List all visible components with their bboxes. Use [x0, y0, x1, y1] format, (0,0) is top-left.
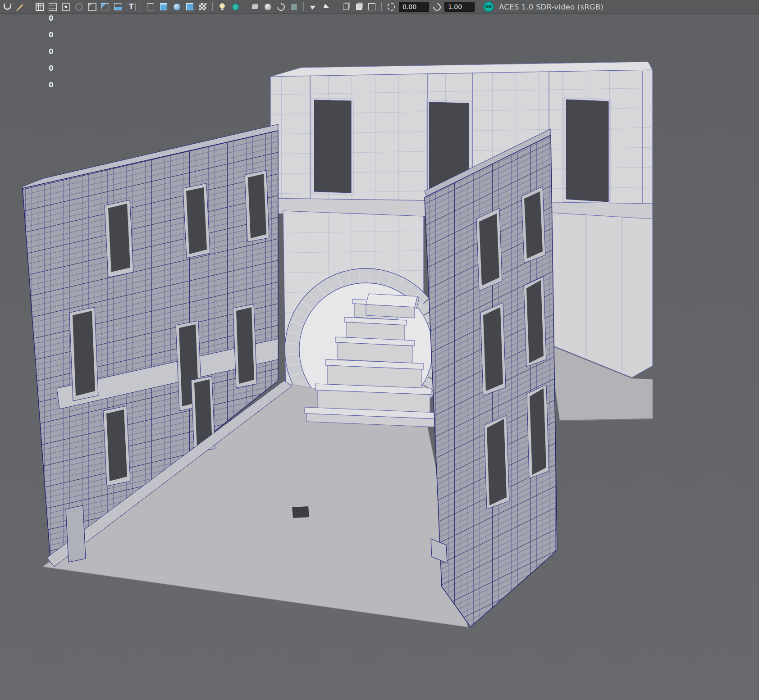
hud-count: 0: [49, 15, 53, 22]
toolbar-divider: [381, 2, 382, 11]
text-tool-icon[interactable]: T: [126, 1, 137, 12]
copy-icon[interactable]: [340, 1, 351, 12]
checker-icon[interactable]: [197, 1, 208, 12]
toolbar-divider: [30, 2, 30, 11]
status-line-toolbar: T ON ACES 1.0 SDR-video (sRGB): [0, 0, 759, 14]
reset-transform-icon[interactable]: [431, 1, 442, 12]
magnet-icon[interactable]: [2, 1, 13, 12]
snap-grid-icon[interactable]: [34, 1, 45, 12]
snap-center-icon[interactable]: [73, 1, 84, 12]
textured-sphere-icon[interactable]: [171, 1, 182, 12]
light-icon[interactable]: [217, 1, 228, 12]
hud-count: 0: [49, 65, 53, 72]
hud-count: 0: [49, 82, 53, 89]
cycle-transform-icon[interactable]: [386, 1, 397, 12]
rotate-view-icon[interactable]: [275, 1, 286, 12]
paint-bucket-icon[interactable]: [249, 1, 260, 12]
snap-point-icon[interactable]: [60, 1, 71, 12]
paste-icon[interactable]: [353, 1, 364, 12]
color-management-toggle[interactable]: ON: [483, 1, 494, 12]
snap-align-cursor-icon[interactable]: [308, 1, 319, 12]
toolbar-divider: [245, 2, 245, 11]
toolbar-divider: [141, 2, 141, 11]
grid-display-icon[interactable]: [366, 1, 377, 12]
toolbar-divider: [303, 2, 304, 11]
sphere-primitive-icon[interactable]: [262, 1, 273, 12]
toolbar-divider: [479, 2, 479, 11]
toolbar-divider: [336, 2, 336, 11]
shaded-cube-icon[interactable]: [158, 1, 169, 12]
select-cursor-icon[interactable]: [321, 1, 332, 12]
poly-count-hud: 0 0 0 0 0: [49, 15, 53, 89]
shaded-light-icon[interactable]: [230, 1, 241, 12]
right-wall-mesh[interactable]: [425, 129, 557, 627]
material-cube-icon[interactable]: [184, 1, 195, 12]
wireframe-cube-icon[interactable]: [145, 1, 156, 12]
rotate-snap-field[interactable]: [399, 2, 429, 12]
hud-count: 0: [49, 48, 53, 55]
scale-snap-field[interactable]: [444, 2, 475, 12]
toolbar-divider: [212, 2, 213, 11]
make-live-icon[interactable]: [87, 1, 97, 12]
viewport[interactable]: 0 0 0 0 0: [0, 0, 759, 700]
render-image-icon[interactable]: [100, 1, 110, 12]
viewport-canvas[interactable]: [0, 0, 759, 700]
snap-curve-icon[interactable]: [47, 1, 58, 12]
pencil-icon[interactable]: [15, 1, 26, 12]
maya-window: 0 0 0 0 0 T: [0, 0, 759, 700]
ipr-image-icon[interactable]: [113, 1, 123, 12]
box-mesh[interactable]: [366, 294, 419, 318]
floor-tile-dark: [292, 506, 309, 518]
material-swatch-icon[interactable]: [288, 1, 299, 12]
hud-count: 0: [49, 32, 53, 39]
color-management-label: ACES 1.0 SDR-video (sRGB): [499, 3, 604, 11]
